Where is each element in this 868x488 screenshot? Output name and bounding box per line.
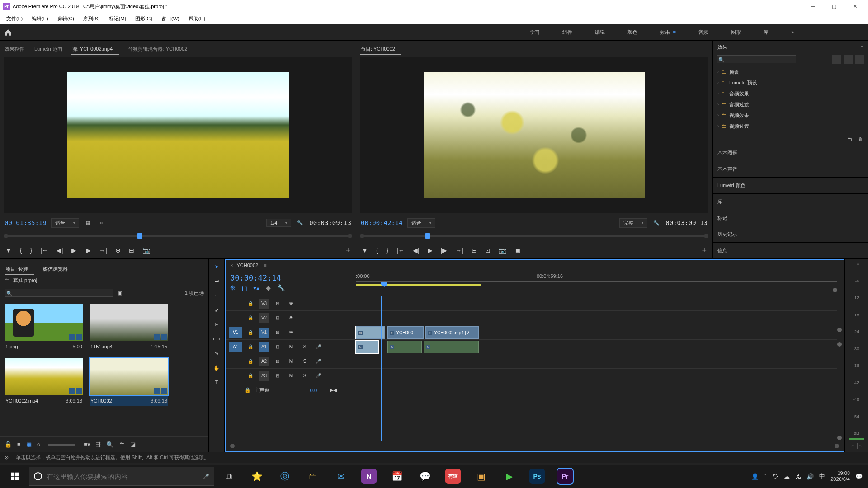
program-step-back-icon[interactable]: ◀|: [413, 247, 420, 254]
write-lock-icon[interactable]: 🔓: [5, 441, 12, 448]
taskbar-youdao-icon[interactable]: 有道: [439, 465, 467, 487]
effects-search-input[interactable]: [717, 55, 796, 63]
taskbar-search-input[interactable]: [47, 473, 198, 480]
program-export-frame-icon[interactable]: 📷: [499, 247, 506, 254]
sequence-name[interactable]: YCH0002: [236, 263, 258, 268]
program-extract-icon[interactable]: ⊡: [485, 247, 491, 254]
rate-stretch-tool[interactable]: ⤢: [212, 305, 222, 315]
effects-filter-1[interactable]: [832, 55, 841, 64]
taskbar-vm-icon[interactable]: ▣: [467, 465, 495, 487]
source-config-icon[interactable]: 🔧: [296, 219, 305, 227]
workspace-assembly[interactable]: 组件: [561, 27, 574, 38]
program-compare-icon[interactable]: ▣: [514, 247, 520, 254]
project-item[interactable]: 1151.mp41:15:15: [90, 304, 168, 352]
workspace-editing[interactable]: 编辑: [593, 27, 607, 38]
track-select-tool[interactable]: ⇥: [212, 276, 222, 286]
panel-essential-sound[interactable]: 基本声音: [713, 161, 868, 177]
add-marker-icon[interactable]: ◆: [266, 284, 271, 291]
effects-folder-presets[interactable]: ›🗀预设: [717, 66, 864, 77]
menu-graphics[interactable]: 图形(G): [132, 14, 156, 23]
source-wrench-icon[interactable]: ➳: [97, 219, 106, 227]
tab-lumetri-scopes[interactable]: Lumetri 范围: [33, 44, 63, 54]
source-insert-icon[interactable]: ⊕: [115, 247, 121, 254]
workspace-effects[interactable]: 效果≡: [658, 27, 677, 38]
tab-effect-controls[interactable]: 效果控件: [4, 44, 25, 54]
panel-lumetri-color[interactable]: Lumetri 颜色: [713, 177, 868, 193]
program-goto-out-icon[interactable]: →|: [455, 247, 463, 254]
people-icon[interactable]: 👤: [751, 473, 759, 480]
list-view-icon[interactable]: ≡: [17, 441, 21, 448]
effects-filter-2[interactable]: [844, 55, 853, 64]
audio-clip[interactable]: fx: [387, 341, 422, 353]
razor-tool[interactable]: ✂: [212, 319, 222, 329]
program-goto-in-icon[interactable]: |←: [396, 247, 405, 254]
source-settings-icon[interactable]: ▦: [84, 219, 93, 227]
project-search-input[interactable]: [5, 289, 113, 297]
track-a1[interactable]: fxfxfx: [356, 339, 837, 354]
thumb-size-slider[interactable]: [48, 444, 75, 446]
taskbar-calendar-icon[interactable]: 📅: [383, 465, 410, 487]
project-item[interactable]: 1.png5:00: [5, 304, 83, 352]
new-item-icon[interactable]: ◪: [130, 441, 136, 448]
solo-left[interactable]: S: [850, 443, 856, 449]
program-out-icon[interactable]: }: [387, 247, 389, 254]
source-step-back-icon[interactable]: ◀|: [57, 247, 63, 254]
master-track-head[interactable]: 🔒主声道0.0▶◀: [226, 383, 356, 397]
markers-icon[interactable]: ▾▴: [253, 284, 259, 291]
track-head-v1[interactable]: V1🔒V1⊟👁: [226, 325, 356, 339]
find-icon[interactable]: 🔍: [106, 441, 113, 448]
program-timecode[interactable]: 00:00:42:14: [361, 219, 403, 226]
ripple-tool[interactable]: ↔: [212, 291, 222, 300]
source-overwrite-icon[interactable]: ⊟: [129, 247, 134, 254]
workspace-more[interactable]: »: [789, 27, 796, 38]
project-crumb[interactable]: 套娃.prproj: [13, 277, 37, 284]
selection-tool[interactable]: ➤: [212, 262, 222, 272]
taskbar-onenote-icon[interactable]: N: [355, 465, 382, 487]
taskbar-search[interactable]: 🎤: [29, 467, 214, 486]
program-config-icon[interactable]: 🔧: [652, 219, 661, 227]
sequence-close[interactable]: ×: [230, 263, 233, 268]
track-head-a1[interactable]: A1🔒A1⊟MS🎤: [226, 339, 356, 354]
menu-sequence[interactable]: 序列(S): [80, 14, 104, 23]
source-fit-dropdown[interactable]: 适合▾: [51, 218, 79, 228]
video-clip[interactable]: fx: [356, 326, 385, 339]
program-step-fwd-icon[interactable]: |▶: [441, 247, 448, 254]
new-bin-icon[interactable]: 🗀: [119, 441, 125, 448]
tray-onedrive-icon[interactable]: ☁: [784, 473, 790, 480]
source-add-button[interactable]: +: [345, 246, 350, 255]
video-clip[interactable]: fxYCH0002.mp4 [V: [425, 326, 479, 339]
tray-network-icon[interactable]: 🖧: [795, 473, 801, 480]
program-marker-icon[interactable]: ▼: [362, 247, 368, 254]
program-play-icon[interactable]: ▶: [428, 247, 433, 254]
effects-filter-3[interactable]: [855, 55, 864, 64]
maximize-button[interactable]: ▢: [824, 0, 844, 13]
taskbar-mail-icon[interactable]: ✉: [327, 465, 354, 487]
menu-marker[interactable]: 标记(M): [105, 14, 130, 23]
track-a3[interactable]: [356, 368, 837, 383]
effects-folder-audio-fx[interactable]: ›🗀音频效果: [717, 88, 864, 99]
track-v1[interactable]: fxfxYCH000fxYCH0002.mp4 [V: [356, 325, 837, 339]
effects-folder-audio-trans[interactable]: ›🗀音频过渡: [717, 99, 864, 110]
home-button[interactable]: [0, 28, 16, 37]
notifications-icon[interactable]: 💬: [855, 473, 863, 480]
source-play-icon[interactable]: ▶: [71, 247, 76, 254]
workspace-graphics[interactable]: 图形: [729, 27, 743, 38]
playhead[interactable]: [381, 282, 387, 287]
menu-window[interactable]: 窗口(W): [158, 14, 183, 23]
menu-edit[interactable]: 编辑(E): [28, 14, 52, 23]
automate-icon[interactable]: ⇶: [96, 441, 101, 448]
snap-icon[interactable]: ❊: [230, 284, 236, 291]
workspace-color[interactable]: 颜色: [626, 27, 639, 38]
mic-icon[interactable]: 🎤: [203, 474, 209, 479]
audio-clip[interactable]: fx: [424, 341, 479, 353]
workspace-audio[interactable]: 音频: [697, 27, 710, 38]
delete-icon[interactable]: 🗑: [856, 135, 864, 143]
effects-menu-icon[interactable]: ≡: [861, 44, 863, 50]
effects-folder-lumetri[interactable]: ›🗀Lumetri 预设: [717, 77, 864, 88]
hand-tool[interactable]: ✋: [212, 363, 222, 373]
taskbar-explorer-icon[interactable]: 🗀: [299, 465, 326, 487]
source-marker-icon[interactable]: ▼: [5, 247, 12, 254]
tray-up-icon[interactable]: ˄: [764, 473, 767, 480]
track-head-v2[interactable]: 🔒V2⊟👁: [226, 310, 356, 325]
pen-tool[interactable]: ✎: [212, 348, 222, 358]
